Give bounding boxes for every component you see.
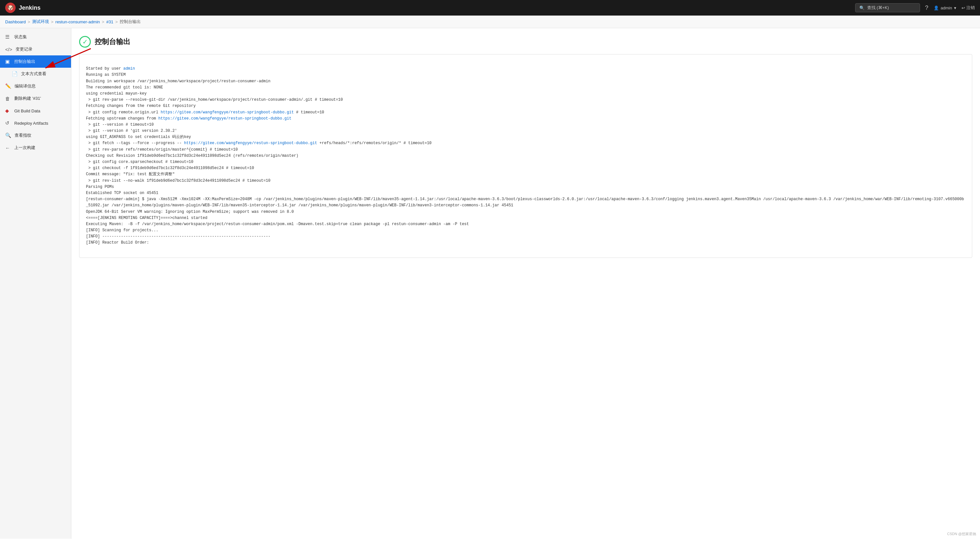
sidebar-label-editinfo: 编辑译信息 bbox=[14, 83, 36, 89]
user-info[interactable]: 👤 admin ▾ bbox=[934, 5, 956, 10]
header: 🐶 Jenkins 🔍 查找 (⌘+K) ? 👤 admin ▾ ↩ 注销 bbox=[0, 0, 980, 16]
watermark: CSDN @想家星驰 bbox=[947, 531, 976, 536]
sidebar-label-gitbuild: Git Build Data bbox=[14, 108, 40, 113]
sidebar-label-prev: 上一次构建 bbox=[14, 145, 35, 151]
status-icon: ☰ bbox=[5, 34, 11, 40]
user-label: admin bbox=[941, 5, 952, 10]
gitbuild-icon: ◆ bbox=[5, 108, 11, 114]
search-placeholder: 查找 (⌘+K) bbox=[867, 5, 889, 11]
logout-label: 注销 bbox=[966, 5, 975, 11]
sidebar-item-console[interactable]: ▣ 控制台输出 bbox=[0, 55, 71, 68]
logout-icon: ↩ bbox=[961, 5, 965, 10]
header-left: 🐶 Jenkins bbox=[5, 3, 41, 13]
breadcrumb-sep-4: > bbox=[115, 19, 118, 24]
main-layout: ☰ 状态集 </> 变更记录 ▣ 控制台输出 📄 文本方式查看 ✏️ 编辑译信息… bbox=[0, 28, 980, 539]
gitee-link-1[interactable]: https://gitee.com/wangfengyye/restun-spr… bbox=[161, 110, 293, 115]
header-right: 🔍 查找 (⌘+K) ? 👤 admin ▾ ↩ 注销 bbox=[855, 3, 975, 12]
sidebar-item-delete[interactable]: 🗑 删除构建 '#31' bbox=[0, 92, 71, 105]
breadcrumb-sep-1: > bbox=[28, 19, 30, 24]
jenkins-logo-emoji: 🐶 bbox=[7, 4, 14, 11]
main-content: ✓ 控制台输出 Started by user admin Running as… bbox=[72, 28, 980, 539]
page-title: 控制台输出 bbox=[95, 37, 130, 47]
sidebar-item-status[interactable]: ☰ 状态集 bbox=[0, 31, 71, 43]
search-box[interactable]: 🔍 查找 (⌘+K) bbox=[855, 3, 920, 12]
user-dropdown-icon: ▾ bbox=[954, 5, 956, 10]
admin-link[interactable]: admin bbox=[123, 67, 135, 71]
sidebar-label-fingerprint: 查看指纹 bbox=[14, 133, 32, 138]
page-title-area: ✓ 控制台输出 bbox=[79, 36, 972, 48]
sidebar-label-delete: 删除构建 '#31' bbox=[14, 95, 41, 101]
textview-icon: 📄 bbox=[12, 71, 18, 77]
delete-icon: 🗑 bbox=[5, 96, 11, 101]
breadcrumb-sep-2: > bbox=[51, 19, 54, 24]
sidebar-item-editinfo[interactable]: ✏️ 编辑译信息 bbox=[0, 80, 71, 92]
sidebar-label-redeploy: Redeploy Artifacts bbox=[14, 121, 48, 126]
breadcrumb-current: 控制台输出 bbox=[120, 19, 141, 25]
changes-icon: </> bbox=[5, 47, 12, 52]
breadcrumb-dashboard[interactable]: Dashboard bbox=[5, 19, 26, 24]
console-line-0: Started by user admin Running as SYSTEM … bbox=[86, 67, 964, 245]
help-icon[interactable]: ? bbox=[925, 5, 928, 11]
breadcrumb-sep-3: > bbox=[102, 19, 104, 24]
breadcrumb-env[interactable]: 测试环境 bbox=[32, 19, 49, 25]
editinfo-icon: ✏️ bbox=[5, 83, 11, 89]
gitee-link-3[interactable]: https://gitee.com/wangfengyye/restun-spr… bbox=[184, 141, 317, 146]
sidebar-item-fingerprint[interactable]: 🔍 查看指纹 bbox=[0, 129, 71, 141]
sidebar: ☰ 状态集 </> 变更记录 ▣ 控制台输出 📄 文本方式查看 ✏️ 编辑译信息… bbox=[0, 28, 72, 539]
sidebar-item-gitbuild[interactable]: ◆ Git Build Data bbox=[0, 105, 71, 117]
console-output: Started by user admin Running as SYSTEM … bbox=[79, 54, 972, 258]
sidebar-label-changes: 变更记录 bbox=[16, 46, 32, 52]
sidebar-label-console: 控制台输出 bbox=[14, 59, 35, 65]
prev-icon: ← bbox=[5, 145, 11, 151]
sidebar-item-textview[interactable]: 📄 文本方式查看 bbox=[0, 68, 71, 80]
success-icon: ✓ bbox=[79, 36, 91, 48]
sidebar-label-status: 状态集 bbox=[14, 34, 27, 40]
header-title: Jenkins bbox=[19, 5, 41, 11]
breadcrumb: Dashboard > 测试环境 > restun-consumer-admin… bbox=[0, 16, 980, 28]
sidebar-label-textview: 文本方式查看 bbox=[21, 71, 46, 77]
gitee-link-2[interactable]: https://gitee.com/wangfengyye/restun-spr… bbox=[158, 116, 291, 121]
fingerprint-icon: 🔍 bbox=[5, 133, 11, 138]
sidebar-item-changes[interactable]: </> 变更记录 bbox=[0, 43, 71, 55]
jenkins-logo: 🐶 bbox=[5, 3, 16, 13]
sidebar-item-redeploy[interactable]: ↺ Redeploy Artifacts bbox=[0, 117, 71, 129]
user-avatar-icon: 👤 bbox=[934, 5, 939, 10]
breadcrumb-build[interactable]: #31 bbox=[107, 19, 113, 24]
redeploy-icon: ↺ bbox=[5, 120, 11, 126]
console-icon: ▣ bbox=[5, 59, 11, 65]
search-icon: 🔍 bbox=[859, 5, 865, 10]
logout-button[interactable]: ↩ 注销 bbox=[961, 5, 975, 11]
sidebar-item-prev[interactable]: ← 上一次构建 bbox=[0, 141, 71, 154]
breadcrumb-project[interactable]: restun-consumer-admin bbox=[56, 19, 100, 24]
